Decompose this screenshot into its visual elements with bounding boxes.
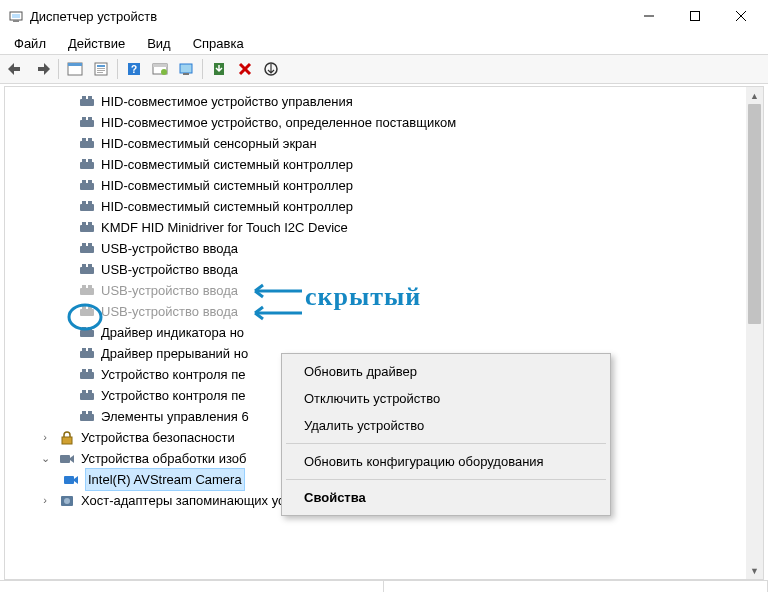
device-item[interactable]: HID-совместимый сенсорный экран [79,133,763,154]
device-item[interactable]: USB-устройство ввода [79,301,763,322]
svg-rect-60 [80,330,94,337]
menu-help[interactable]: Справка [183,34,254,53]
device-label: USB-устройство ввода [101,301,238,322]
device-label: KMDF HID Minidriver for Touch I2C Device [101,217,348,238]
device-item[interactable]: HID-совместимый системный контроллер [79,196,763,217]
device-icon [79,388,95,404]
enable-device-button[interactable] [207,57,231,81]
collapse-icon[interactable]: ⌄ [39,448,51,469]
svg-rect-49 [82,243,86,246]
window-title: Диспетчер устройств [30,9,626,24]
svg-rect-22 [183,73,189,75]
device-item[interactable]: HID-совместимый системный контроллер [79,175,763,196]
vertical-scrollbar[interactable]: ▲ ▼ [746,87,763,579]
device-label: Драйвер прерываний но [101,343,248,364]
scroll-thumb[interactable] [748,104,761,324]
svg-rect-14 [97,70,105,71]
properties-button[interactable] [89,57,113,81]
expand-icon[interactable]: › [39,427,51,448]
menu-file[interactable]: Файл [4,34,56,53]
scroll-track[interactable] [746,104,763,562]
device-tree-panel: HID-совместимое устройство управленияHID… [4,86,764,580]
show-hide-console-button[interactable] [63,57,87,81]
menu-view[interactable]: Вид [137,34,181,53]
help-button[interactable]: ? [122,57,146,81]
svg-rect-50 [88,243,92,246]
lock-icon [59,430,75,446]
svg-rect-53 [88,264,92,267]
device-item[interactable]: USB-устройство ввода [79,280,763,301]
device-label: HID-совместимый сенсорный экран [101,133,317,154]
close-button[interactable] [718,0,764,32]
device-icon [79,157,95,173]
svg-rect-30 [80,120,94,127]
context-menu-separator [286,479,606,480]
svg-rect-51 [80,267,94,274]
svg-rect-46 [82,222,86,225]
device-icon [79,304,95,320]
context-menu-item[interactable]: Удалить устройство [284,412,608,439]
device-label: HID-совместимый системный контроллер [101,175,353,196]
device-icon [79,409,95,425]
svg-rect-61 [82,327,86,330]
svg-rect-42 [80,204,94,211]
svg-rect-38 [88,159,92,162]
device-item[interactable]: USB-устройство ввода [79,238,763,259]
forward-button[interactable] [30,57,54,81]
back-button[interactable] [4,57,28,81]
svg-rect-12 [97,65,105,67]
context-menu-separator [286,443,606,444]
device-label: Устройство контроля пе [101,385,246,406]
svg-rect-76 [60,455,70,463]
context-menu-item[interactable]: Обновить конфигурацию оборудования [284,448,608,475]
context-menu-item[interactable]: Отключить устройство [284,385,608,412]
svg-rect-7 [14,67,20,71]
scroll-up-button[interactable]: ▲ [746,87,763,104]
device-item[interactable]: HID-совместимый системный контроллер [79,154,763,175]
svg-rect-72 [80,414,94,421]
update-driver-button[interactable] [174,57,198,81]
title-bar: Диспетчер устройств [0,0,768,32]
svg-rect-48 [80,246,94,253]
svg-point-20 [161,69,167,75]
device-item[interactable]: Драйвер индикатора но [79,322,763,343]
expand-icon[interactable]: › [39,490,51,511]
svg-rect-55 [82,285,86,288]
scroll-down-button[interactable]: ▼ [746,562,763,579]
svg-rect-54 [80,288,94,295]
svg-rect-52 [82,264,86,267]
svg-rect-32 [88,117,92,120]
maximize-button[interactable] [672,0,718,32]
context-menu-item[interactable]: Обновить драйвер [284,358,608,385]
uninstall-device-button[interactable] [233,57,257,81]
disable-device-button[interactable] [259,57,283,81]
device-icon [79,262,95,278]
menu-action[interactable]: Действие [58,34,135,53]
svg-rect-1 [13,20,19,22]
device-item[interactable]: USB-устройство ввода [79,259,763,280]
svg-rect-36 [80,162,94,169]
device-icon [79,220,95,236]
svg-rect-63 [80,351,94,358]
device-label: Intel(R) AVStream Camera [85,468,245,491]
context-menu-item[interactable]: Свойства [284,484,608,511]
device-label: Драйвер индикатора но [101,322,244,343]
svg-rect-59 [88,306,92,309]
svg-text:?: ? [131,64,137,75]
device-icon [79,346,95,362]
device-label: HID-совместимое устройство, определенное… [101,112,456,133]
scan-hardware-button[interactable] [148,57,172,81]
svg-rect-13 [97,68,105,69]
svg-rect-39 [80,183,94,190]
minimize-button[interactable] [626,0,672,32]
device-item[interactable]: HID-совместимое устройство, определенное… [79,112,763,133]
device-item[interactable]: HID-совместимое устройство управления [79,91,763,112]
category-label: Устройства безопасности [81,427,235,448]
device-item[interactable]: KMDF HID Minidriver for Touch I2C Device [79,217,763,238]
svg-rect-57 [80,309,94,316]
svg-rect-66 [80,372,94,379]
svg-point-79 [64,498,70,504]
camera-icon [59,451,75,467]
device-label: HID-совместимый системный контроллер [101,196,353,217]
svg-rect-44 [88,201,92,204]
